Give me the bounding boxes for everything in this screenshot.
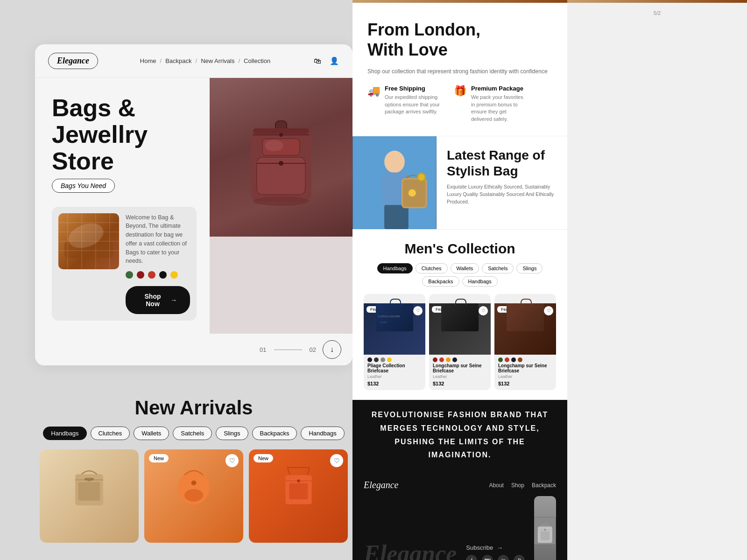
scroll-down-button[interactable]: ↓ bbox=[323, 340, 341, 359]
svg-text:LONGCHAMP: LONGCHAMP bbox=[378, 315, 401, 318]
mens-card-img-3: Featured ♡ bbox=[494, 303, 556, 355]
footer-big-text: Elegance bbox=[364, 542, 457, 560]
black-briefcase-img bbox=[441, 303, 479, 331]
hero-description: Welcome to Bag & Beyond, The ultimate de… bbox=[126, 213, 190, 266]
product-card-img-1 bbox=[40, 449, 139, 543]
slide-current: 01 bbox=[260, 346, 266, 353]
premium-package-service: 🎁 Premium Package We pack your favorites… bbox=[454, 85, 527, 123]
navy-briefcase-img: LONGCHAMP PARIS bbox=[376, 303, 413, 331]
shop-now-button[interactable]: Shop Now → bbox=[126, 286, 190, 314]
svg-rect-49 bbox=[541, 532, 550, 540]
mens-filter-wallets[interactable]: Wallets bbox=[451, 263, 479, 273]
svg-point-18 bbox=[253, 196, 309, 206]
mens-filter-slings[interactable]: Slings bbox=[516, 263, 543, 273]
svg-point-42 bbox=[418, 174, 425, 181]
nav-collection[interactable]: Collection bbox=[244, 57, 270, 64]
mens-filter-clutches[interactable]: Clutches bbox=[416, 263, 448, 273]
svg-point-35 bbox=[384, 151, 405, 173]
mens-card-sub-2: Leather bbox=[429, 374, 491, 380]
wishlist-btn-3[interactable]: ♡ bbox=[330, 454, 343, 467]
mens-card-dots-1 bbox=[364, 355, 425, 363]
filter-backpacks[interactable]: Backpacks bbox=[252, 427, 297, 440]
svg-rect-31 bbox=[289, 483, 308, 499]
mens-card-img-1: Featured ♡ LONGCHAMP PARIS bbox=[364, 303, 425, 355]
backpack-svg bbox=[239, 101, 323, 213]
mens-filter-handbags2[interactable]: Handbags bbox=[462, 276, 498, 287]
mens-card-name-2: Longchamp sur Seine Briefcase bbox=[429, 363, 491, 374]
footer-section: Elegance About Shop Backpack Elegance Su… bbox=[352, 470, 567, 560]
wishlist-3[interactable]: ♡ bbox=[544, 306, 553, 315]
slide-total: 02 bbox=[310, 346, 316, 353]
svg-point-50 bbox=[544, 529, 546, 531]
wishlist-2[interactable]: ♡ bbox=[479, 306, 488, 315]
latest-range-text: Latest Range of Stylish Bag Exquisite Lu… bbox=[437, 136, 567, 229]
mens-filter-backpacks[interactable]: Backpacks bbox=[422, 276, 459, 287]
hero-product-card: Welcome to Bag & Beyond, The ultimate de… bbox=[52, 207, 197, 321]
backpack-image bbox=[210, 78, 352, 237]
mens-card-sub-1: Leather bbox=[364, 374, 425, 380]
svg-point-32 bbox=[297, 479, 300, 482]
nav-backpack[interactable]: Backpack bbox=[165, 57, 191, 64]
mens-filter-handbags[interactable]: Handbags bbox=[377, 263, 413, 273]
mens-card-price-2: $132 bbox=[429, 380, 491, 390]
color-dot-black[interactable] bbox=[159, 271, 167, 279]
color-dot-red[interactable] bbox=[148, 271, 155, 279]
slide-numbers: 01 02 bbox=[260, 346, 316, 353]
footer-about[interactable]: About bbox=[489, 482, 504, 489]
subscribe-row: Subscribe → bbox=[466, 544, 525, 551]
rev-line2: MERGES TECHNOLOGY AND STYLE, bbox=[362, 422, 558, 435]
cart-icon[interactable]: 🛍 bbox=[312, 56, 323, 66]
latest-range-desc: Exquisite Luxury Ethically Sourced, Sust… bbox=[447, 183, 557, 205]
facebook-icon[interactable]: f bbox=[466, 555, 477, 560]
product-card-2[interactable]: New ♡ bbox=[144, 449, 243, 543]
filter-wallets[interactable]: Wallets bbox=[134, 427, 169, 440]
hero-left: Bags & Jewellry Store Bags You Need bbox=[35, 78, 210, 334]
filter-satchels[interactable]: Satchels bbox=[173, 427, 212, 440]
shipping-icon: 🚚 bbox=[367, 85, 380, 97]
person-illustration bbox=[352, 136, 437, 229]
filter-slings[interactable]: Slings bbox=[216, 427, 248, 440]
nav-home[interactable]: Home bbox=[140, 57, 156, 64]
nav-new-arrivals[interactable]: New Arrivals bbox=[201, 57, 234, 64]
hero-title: Bags & Jewellry Store bbox=[52, 95, 197, 175]
wishlist-btn-2[interactable]: ♡ bbox=[226, 454, 239, 467]
from-london-section: From London, With Love Shop our collecti… bbox=[352, 3, 567, 136]
bag-illustration-1 bbox=[70, 456, 108, 517]
mens-filter-satchels[interactable]: Satchels bbox=[482, 263, 514, 273]
product-card-3[interactable]: New ♡ bbox=[249, 449, 348, 543]
mens-card-price-3: $132 bbox=[494, 380, 556, 390]
color-dot-green[interactable] bbox=[126, 271, 133, 279]
mens-card-2[interactable]: Featured ♡ Longchamp sur Seine Briefcase… bbox=[429, 294, 491, 390]
new-badge-3: New bbox=[254, 454, 273, 462]
svg-text:PARIS: PARIS bbox=[381, 321, 387, 323]
instagram-icon[interactable]: 📷 bbox=[482, 555, 493, 560]
color-dot-darkred[interactable] bbox=[137, 271, 144, 279]
pagination: 01 02 ↓ bbox=[35, 334, 352, 365]
footer-shop[interactable]: Shop bbox=[511, 482, 524, 489]
shipping-title: Free Shipping bbox=[385, 85, 441, 92]
footer-logo: Elegance bbox=[364, 480, 398, 490]
svg-point-25 bbox=[184, 489, 203, 502]
svg-point-13 bbox=[279, 161, 283, 166]
filter-handbags2[interactable]: Handbags bbox=[301, 427, 344, 440]
subscribe-label: Subscribe bbox=[466, 544, 493, 551]
brown-briefcase-img bbox=[507, 303, 544, 331]
filter-clutches[interactable]: Clutches bbox=[91, 427, 130, 440]
navbar: Elegance Home / Backpack / New Arrivals … bbox=[35, 44, 352, 78]
navbar-icons: 🛍 👤 bbox=[312, 56, 339, 66]
filter-handbags[interactable]: Handbags bbox=[43, 427, 86, 440]
bag-illustration-3 bbox=[281, 454, 316, 515]
pinterest-icon[interactable]: P bbox=[514, 555, 525, 560]
linkedin-icon[interactable]: in bbox=[498, 555, 509, 560]
product-card-1[interactable] bbox=[40, 449, 139, 543]
from-london-title: From London, With Love bbox=[367, 20, 552, 60]
wishlist-1[interactable]: ♡ bbox=[413, 306, 423, 315]
from-london-desc: Shop our collection that represent stron… bbox=[367, 67, 552, 76]
mens-card-1[interactable]: Featured ♡ LONGCHAMP PARIS Pliage C bbox=[364, 294, 425, 390]
footer-backpack[interactable]: Backpack bbox=[532, 482, 556, 489]
user-icon[interactable]: 👤 bbox=[329, 56, 339, 66]
rev-line3: PUSHING THE LIMITS OF THE IMAGINATION. bbox=[362, 435, 558, 462]
mens-card-3[interactable]: Featured ♡ Longchamp sur Seine Briefcase… bbox=[494, 294, 556, 390]
brand-logo[interactable]: Elegance bbox=[48, 53, 98, 69]
color-dot-yellow[interactable] bbox=[170, 271, 178, 279]
